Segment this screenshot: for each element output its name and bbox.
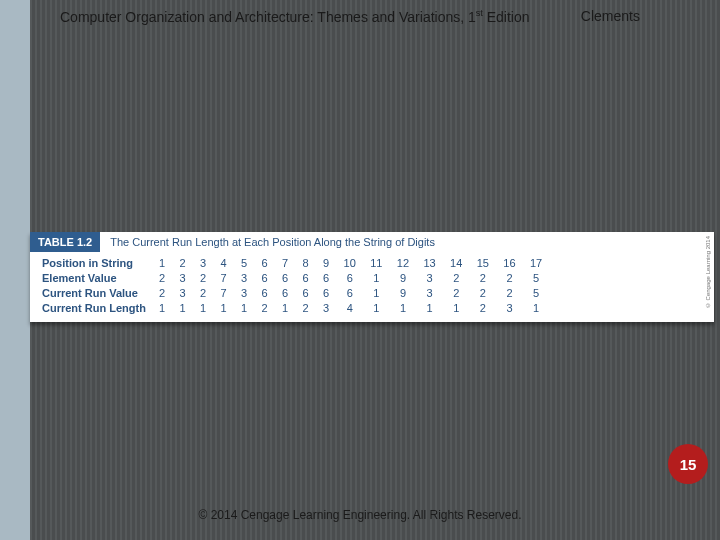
cell: 3 [416, 286, 443, 301]
cell: 5 [523, 286, 550, 301]
cell: 1 [152, 301, 173, 316]
cell: 2 [254, 301, 275, 316]
cell: 4 [213, 256, 234, 271]
cell: 4 [336, 301, 363, 316]
cell: 2 [152, 271, 173, 286]
cell: 15 [470, 256, 497, 271]
header-title-part2: Edition [483, 9, 530, 25]
cell: 1 [363, 301, 390, 316]
cell: 5 [234, 256, 255, 271]
cell: 13 [416, 256, 443, 271]
cell: 2 [172, 256, 193, 271]
header-title-part1: Computer Organization and Architecture: … [60, 9, 476, 25]
cell: 6 [336, 271, 363, 286]
cell: 2 [152, 286, 173, 301]
cell: 8 [295, 256, 316, 271]
cell: 1 [443, 301, 470, 316]
cell: 3 [496, 301, 523, 316]
cell: 12 [390, 256, 417, 271]
cell: 2 [443, 271, 470, 286]
cell: 1 [363, 286, 390, 301]
table-title-text: The Current Run Length at Each Position … [110, 236, 435, 248]
table-row: Position in String 1 2 3 4 5 6 7 8 9 10 … [36, 256, 549, 271]
cell: 11 [363, 256, 390, 271]
cell: 3 [316, 301, 337, 316]
cell: 7 [213, 286, 234, 301]
row-header: Element Value [36, 271, 152, 286]
cell: 1 [152, 256, 173, 271]
cell: 7 [213, 271, 234, 286]
data-table: Position in String 1 2 3 4 5 6 7 8 9 10 … [36, 256, 549, 316]
row-header: Position in String [36, 256, 152, 271]
cell: 17 [523, 256, 550, 271]
table-block: © Cengage Learning 2014 TABLE 1.2 The Cu… [30, 232, 714, 322]
cell: 2 [443, 286, 470, 301]
cell: 1 [523, 301, 550, 316]
cell: 1 [275, 301, 296, 316]
row-header: Current Run Length [36, 301, 152, 316]
table-row: Current Run Length 1 1 1 1 1 2 1 2 3 4 1… [36, 301, 549, 316]
cell: 1 [390, 301, 417, 316]
cell: 9 [316, 256, 337, 271]
header-title-superscript: st [476, 8, 483, 18]
cell: 3 [172, 271, 193, 286]
cell: 6 [316, 286, 337, 301]
cell: 1 [213, 301, 234, 316]
cell: 9 [390, 286, 417, 301]
page-number-badge: 15 [668, 444, 708, 484]
cell: 14 [443, 256, 470, 271]
cell: 2 [496, 286, 523, 301]
cell: 3 [416, 271, 443, 286]
cell: 6 [254, 286, 275, 301]
cell: 1 [172, 301, 193, 316]
table-title-row: TABLE 1.2 The Current Run Length at Each… [30, 232, 714, 252]
cell: 6 [254, 271, 275, 286]
slide: Computer Organization and Architecture: … [0, 0, 720, 540]
row-header: Current Run Value [36, 286, 152, 301]
table-attribution: © Cengage Learning 2014 [705, 236, 711, 308]
footer-copyright: © 2014 Cengage Learning Engineering. All… [198, 508, 521, 522]
cell: 6 [275, 271, 296, 286]
cell: 6 [254, 256, 275, 271]
cell: 2 [496, 271, 523, 286]
cell: 2 [295, 301, 316, 316]
cell: 2 [193, 271, 214, 286]
header-author: Clements [581, 8, 640, 24]
table-row: Current Run Value 2 3 2 7 3 6 6 6 6 6 1 … [36, 286, 549, 301]
table-tab-label: TABLE 1.2 [30, 232, 100, 252]
table-row: Element Value 2 3 2 7 3 6 6 6 6 6 1 9 3 … [36, 271, 549, 286]
cell: 6 [295, 271, 316, 286]
cell: 6 [316, 271, 337, 286]
cell: 1 [416, 301, 443, 316]
cell: 1 [363, 271, 390, 286]
cell: 1 [193, 301, 214, 316]
cell: 2 [470, 301, 497, 316]
cell: 3 [234, 286, 255, 301]
cell: 10 [336, 256, 363, 271]
cell: 9 [390, 271, 417, 286]
cell: 3 [172, 286, 193, 301]
cell: 16 [496, 256, 523, 271]
page-number: 15 [680, 456, 697, 473]
cell: 6 [295, 286, 316, 301]
cell: 6 [336, 286, 363, 301]
cell: 7 [275, 256, 296, 271]
cell: 6 [275, 286, 296, 301]
cell: 2 [470, 286, 497, 301]
cell: 2 [470, 271, 497, 286]
cell: 5 [523, 271, 550, 286]
left-accent-bar [0, 0, 30, 540]
cell: 1 [234, 301, 255, 316]
cell: 2 [193, 286, 214, 301]
cell: 3 [234, 271, 255, 286]
footer: © 2014 Cengage Learning Engineering. All… [0, 508, 720, 522]
cell: 3 [193, 256, 214, 271]
